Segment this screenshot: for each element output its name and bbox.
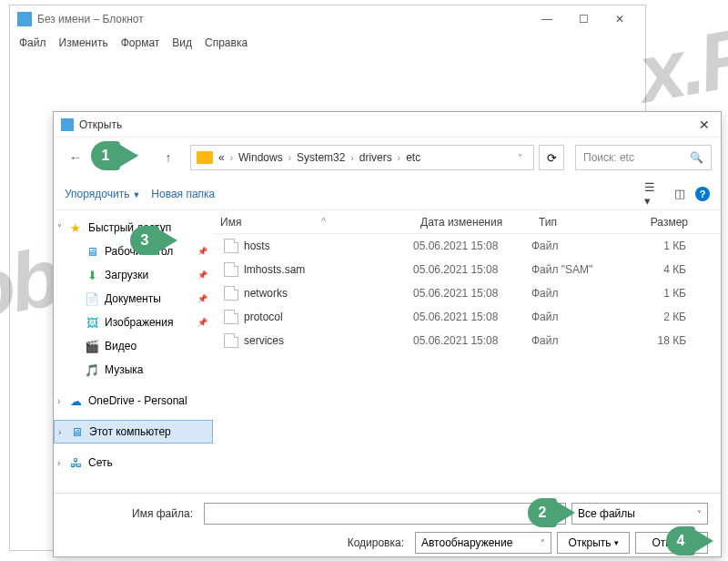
pin-icon: 📌 xyxy=(197,247,207,256)
sidebar-item-music[interactable]: 🎵 Музыка xyxy=(54,358,213,382)
up-button[interactable]: ↑ xyxy=(156,145,181,170)
sidebar-label: Документы xyxy=(105,292,161,305)
sidebar-item-documents[interactable]: 📄 Документы 📌 xyxy=(54,287,213,311)
video-icon: 🎬 xyxy=(85,339,99,353)
new-folder-button[interactable]: Новая папка xyxy=(151,188,215,200)
pin-icon: 📌 xyxy=(197,270,207,280)
navigation-row: ← → ˅ ↑ « › Windows › System32 › drivers… xyxy=(54,138,721,178)
search-icon: 🔍 xyxy=(690,151,703,164)
open-button[interactable]: Открыть▾ xyxy=(557,532,630,554)
chevron-right-icon: › xyxy=(230,153,233,163)
music-icon: 🎵 xyxy=(85,362,99,377)
column-name[interactable]: Имя^ xyxy=(213,216,413,229)
file-row[interactable]: hosts05.06.2021 15:08Файл1 КБ xyxy=(213,234,721,258)
dialog-footer: Имя файла: Все файлы ˅ Кодировка: Автооб… xyxy=(54,493,721,561)
star-icon: ★ xyxy=(68,220,83,235)
file-size: 4 КБ xyxy=(622,263,695,276)
window-controls: — ☐ ✕ xyxy=(529,6,638,32)
menu-file[interactable]: Файл xyxy=(19,36,46,49)
chevron-down-icon[interactable]: ˅ xyxy=(512,153,528,163)
toolbar: Упорядочить▼ Новая папка ☰ ▾ ◫ ? xyxy=(54,178,721,210)
sidebar-item-onedrive[interactable]: › ☁ OneDrive - Personal xyxy=(54,389,213,413)
crumb-windows[interactable]: Windows xyxy=(238,151,283,164)
menu-format[interactable]: Формат xyxy=(121,36,160,49)
callout-3: 3 xyxy=(130,226,177,255)
chevron-right-icon: › xyxy=(288,153,291,163)
menu-help[interactable]: Справка xyxy=(205,36,248,49)
callout-4: 4 xyxy=(666,526,713,556)
encoding-value: Автообнаружение xyxy=(421,536,512,549)
file-size: 2 КБ xyxy=(622,311,695,323)
file-size: 18 КБ xyxy=(622,334,695,347)
chevron-down-icon: ˅ xyxy=(541,538,545,548)
file-icon xyxy=(224,286,238,301)
search-placeholder: Поиск: etc xyxy=(583,151,634,164)
search-input[interactable]: Поиск: etc 🔍 xyxy=(575,145,712,170)
close-button[interactable]: ✕ xyxy=(602,6,638,32)
breadcrumb[interactable]: « › Windows › System32 › drivers › etc ˅ xyxy=(190,145,534,170)
expand-icon[interactable]: › xyxy=(57,458,60,468)
dialog-close-button[interactable]: ✕ xyxy=(699,117,713,132)
help-icon[interactable]: ? xyxy=(695,187,710,201)
sidebar-item-network[interactable]: › 🖧 Сеть xyxy=(54,451,213,474)
file-row[interactable]: networks05.06.2021 15:08Файл1 КБ xyxy=(213,281,721,305)
chevron-down-icon: ▼ xyxy=(132,190,140,199)
sidebar-item-this-pc[interactable]: › 🖥 Этот компьютер xyxy=(54,420,213,444)
crumb-etc[interactable]: etc xyxy=(406,151,420,164)
file-type: Файл xyxy=(531,311,622,323)
pc-icon: 🖥 xyxy=(69,424,84,439)
chevron-right-icon: › xyxy=(398,153,400,163)
view-list-icon[interactable]: ☰ ▾ xyxy=(644,185,664,203)
expand-icon[interactable]: › xyxy=(58,427,61,437)
file-row[interactable]: services05.06.2021 15:08Файл18 КБ xyxy=(213,329,721,352)
file-type: Файл "SAM" xyxy=(531,263,622,276)
collapse-icon[interactable]: ˅ xyxy=(57,223,62,233)
filename-label: Имя файла: xyxy=(66,507,198,520)
crumb-system32[interactable]: System32 xyxy=(297,151,345,164)
network-icon: 🖧 xyxy=(68,455,83,470)
file-size: 1 КБ xyxy=(622,240,695,252)
file-date: 05.06.2021 15:08 xyxy=(413,287,531,300)
chevron-down-icon: ˅ xyxy=(697,509,702,519)
notepad-menu: Файл Изменить Формат Вид Справка xyxy=(10,33,645,53)
column-size[interactable]: Размер xyxy=(622,216,695,229)
sidebar-item-downloads[interactable]: ⬇ Загрузки 📌 xyxy=(54,263,213,287)
file-row[interactable]: lmhosts.sam05.06.2021 15:08Файл "SAM"4 К… xyxy=(213,258,721,281)
file-name: hosts xyxy=(244,240,270,252)
file-type: Файл xyxy=(531,334,622,347)
sidebar-label: Загрузки xyxy=(105,269,148,281)
filename-input[interactable] xyxy=(204,503,566,525)
crumb-prefix: « xyxy=(218,151,225,164)
dialog-titlebar: Открыть ✕ xyxy=(54,112,721,138)
sidebar-label: OneDrive - Personal xyxy=(88,394,187,407)
minimize-button[interactable]: — xyxy=(529,6,565,32)
menu-view[interactable]: Вид xyxy=(172,36,192,49)
sidebar-label: Сеть xyxy=(88,456,113,469)
menu-edit[interactable]: Изменить xyxy=(59,36,108,49)
file-list: Имя^ Дата изменения Тип Размер hosts05.0… xyxy=(213,210,721,493)
file-filter-select[interactable]: Все файлы ˅ xyxy=(571,503,708,525)
expand-icon[interactable]: › xyxy=(57,396,60,406)
file-row[interactable]: protocol05.06.2021 15:08Файл2 КБ xyxy=(213,305,721,329)
file-name: services xyxy=(244,334,284,347)
dialog-title: Открыть xyxy=(79,118,699,131)
column-type[interactable]: Тип xyxy=(531,216,622,229)
notepad-titlebar: Без имени – Блокнот — ☐ ✕ xyxy=(10,5,645,33)
file-date: 05.06.2021 15:08 xyxy=(413,263,531,276)
chevron-right-icon: › xyxy=(350,153,353,163)
file-name: networks xyxy=(244,287,288,300)
file-name: protocol xyxy=(244,311,283,323)
sidebar-item-video[interactable]: 🎬 Видео xyxy=(54,334,213,358)
back-button[interactable]: ← xyxy=(63,145,88,170)
column-date[interactable]: Дата изменения xyxy=(413,216,531,229)
encoding-select[interactable]: Автообнаружение ˅ xyxy=(415,532,551,554)
view-preview-icon[interactable]: ◫ xyxy=(670,185,690,203)
refresh-button[interactable]: ⟳ xyxy=(539,145,564,170)
notepad-app-icon xyxy=(17,12,32,26)
sidebar-item-images[interactable]: 🖼 Изображения 📌 xyxy=(54,311,213,334)
organize-button[interactable]: Упорядочить▼ xyxy=(65,188,140,200)
maximize-button[interactable]: ☐ xyxy=(565,6,602,32)
column-headers: Имя^ Дата изменения Тип Размер xyxy=(213,210,721,234)
crumb-drivers[interactable]: drivers xyxy=(359,151,392,164)
file-icon xyxy=(224,333,238,348)
